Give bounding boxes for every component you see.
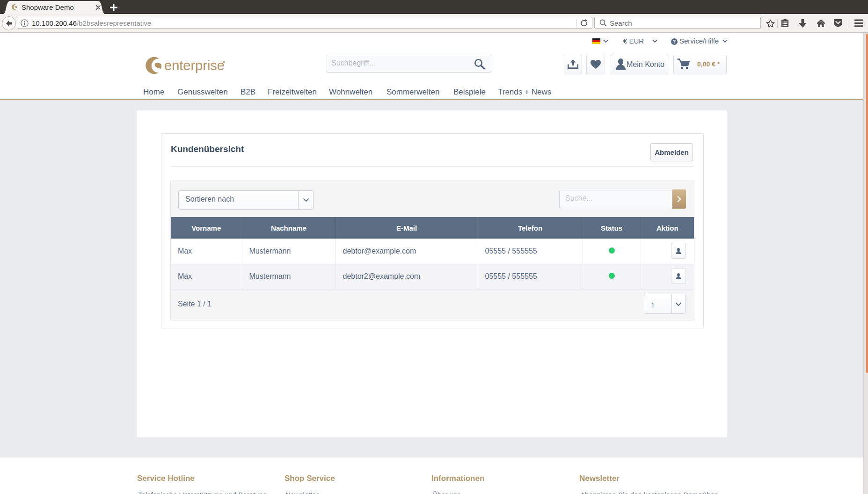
svg-text:?: ? — [673, 39, 676, 44]
